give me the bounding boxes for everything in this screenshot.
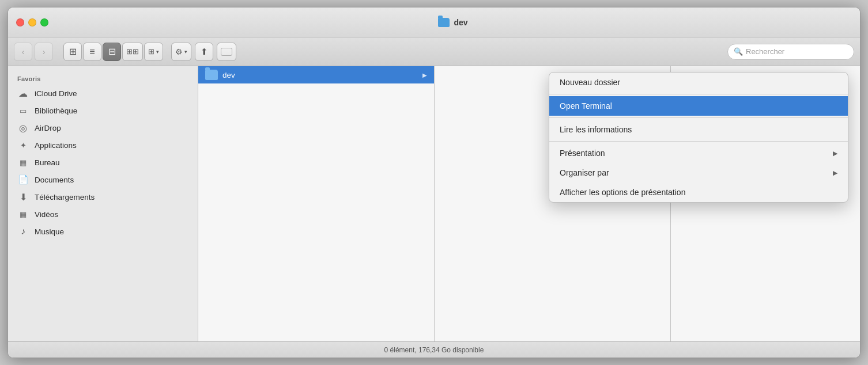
- context-menu: Nouveau dossier Open Terminal Lire les i…: [549, 72, 848, 203]
- statusbar-text: 0 élément, 176,34 Go disponible: [384, 346, 484, 354]
- search-box[interactable]: 🔍 Rechercher: [727, 44, 854, 60]
- action-button[interactable]: ⚙ ▾: [171, 43, 191, 61]
- context-menu-item-nouveau-dossier[interactable]: Nouveau dossier: [549, 73, 848, 92]
- action-dropdown-icon: ▾: [184, 49, 187, 55]
- sidebar-item-label-telechargements: Téléchargements: [35, 193, 95, 201]
- search-icon: 🔍: [734, 47, 743, 56]
- share-icon: ⬆: [201, 47, 208, 57]
- sidebar-item-label-musique: Musique: [35, 227, 64, 236]
- context-menu-divider-1: [549, 94, 848, 94]
- sidebar-item-label-applications: Applications: [35, 141, 77, 150]
- organiser-submenu-icon: ▶: [833, 169, 837, 177]
- tag-icon: [221, 48, 232, 56]
- context-menu-item-open-terminal[interactable]: Open Terminal: [549, 96, 848, 116]
- group-view-button[interactable]: ⊞ ▾: [144, 43, 163, 61]
- gear-icon: ⚙: [175, 47, 183, 56]
- icon-view-button[interactable]: ⊞: [63, 43, 82, 61]
- context-menu-item-organiser-par[interactable]: Organiser par ▶: [549, 163, 848, 182]
- column-view-icon: ⊟: [108, 46, 116, 57]
- file-item-label-dev: dev: [222, 71, 235, 79]
- sidebar-item-label-icloud: iCloud Drive: [35, 89, 77, 98]
- bibliotheque-icon: ▭: [17, 105, 29, 116]
- group-dropdown-icon: ▾: [156, 49, 159, 55]
- context-menu-divider-2: [549, 117, 848, 118]
- file-item-left: dev: [205, 70, 235, 80]
- context-menu-item-afficher-options[interactable]: Afficher les options de présentation: [549, 182, 848, 202]
- finder-window: dev ‹ › ⊞ ≡ ⊟ ⊞⊞ ⊞: [7, 7, 861, 358]
- tag-button[interactable]: [217, 43, 236, 61]
- sidebar-item-label-bureau: Bureau: [35, 158, 60, 167]
- main-content: Favoris ☁ iCloud Drive ▭ Bibliothèque ◎ …: [8, 66, 860, 341]
- context-menu-divider-3: [549, 141, 848, 142]
- context-menu-item-presentation[interactable]: Présentation ▶: [549, 143, 848, 163]
- gallery-view-icon: ⊞⊞: [126, 47, 139, 56]
- sidebar-item-label-documents: Documents: [35, 176, 74, 184]
- bureau-icon: ▦: [17, 157, 29, 168]
- chevron-right-icon: ▶: [422, 72, 427, 78]
- context-menu-label-afficher-options: Afficher les options de présentation: [560, 188, 685, 197]
- forward-icon: ›: [43, 47, 46, 56]
- sidebar-item-label-videos: Vidéos: [35, 210, 58, 219]
- nav-buttons: ‹ ›: [14, 43, 53, 61]
- close-button[interactable]: [16, 18, 24, 26]
- file-item-dev[interactable]: dev ▶: [198, 66, 434, 83]
- videos-icon: ▦: [17, 208, 29, 220]
- documents-icon: 📄: [17, 174, 29, 185]
- statusbar: 0 élément, 176,34 Go disponible: [8, 341, 860, 358]
- sidebar-item-bibliotheque[interactable]: ▭ Bibliothèque: [8, 102, 198, 119]
- folder-icon-dev: [205, 70, 218, 80]
- telechargements-icon: ⬇: [17, 191, 29, 203]
- sidebar-item-applications[interactable]: ✦ Applications: [8, 136, 198, 154]
- icloud-drive-icon: ☁: [17, 88, 29, 99]
- context-menu-item-lire-informations[interactable]: Lire les informations: [549, 120, 848, 139]
- sidebar-item-videos[interactable]: ▦ Vidéos: [8, 206, 198, 223]
- titlebar: dev: [8, 7, 860, 37]
- sidebar-item-bureau[interactable]: ▦ Bureau: [8, 154, 198, 171]
- context-menu-label-lire-informations: Lire les informations: [560, 125, 632, 134]
- icon-view-icon: ⊞: [69, 46, 77, 57]
- sidebar-item-documents[interactable]: 📄 Documents: [8, 171, 198, 188]
- search-placeholder: Rechercher: [746, 47, 784, 56]
- share-button[interactable]: ⬆: [195, 43, 213, 61]
- forward-button[interactable]: ›: [35, 43, 53, 61]
- folder-icon: [438, 18, 450, 27]
- traffic-lights: [16, 18, 48, 26]
- file-column-1: dev ▶: [198, 66, 435, 341]
- presentation-submenu-icon: ▶: [833, 150, 837, 157]
- list-view-icon: ≡: [89, 47, 95, 57]
- sidebar: Favoris ☁ iCloud Drive ▭ Bibliothèque ◎ …: [8, 66, 198, 341]
- sidebar-item-label-bibliotheque: Bibliothèque: [35, 107, 77, 115]
- back-button[interactable]: ‹: [14, 43, 32, 61]
- musique-icon: ♪: [17, 226, 29, 237]
- context-menu-label-nouveau-dossier: Nouveau dossier: [560, 78, 620, 87]
- titlebar-center: dev: [54, 18, 852, 27]
- column-view-button[interactable]: ⊟: [103, 43, 121, 61]
- sidebar-item-label-airdrop: AirDrop: [35, 124, 61, 132]
- toolbar: ‹ › ⊞ ≡ ⊟ ⊞⊞ ⊞ ▾ ⚙: [8, 37, 860, 66]
- sidebar-item-musique[interactable]: ♪ Musique: [8, 223, 198, 240]
- list-view-button[interactable]: ≡: [83, 43, 101, 61]
- view-buttons: ⊞ ≡ ⊟ ⊞⊞ ⊞ ▾: [63, 43, 163, 61]
- back-icon: ‹: [22, 47, 25, 56]
- sidebar-section-header: Favoris: [8, 72, 198, 85]
- minimize-button[interactable]: [28, 18, 36, 26]
- group-view-icon: ⊞: [148, 47, 154, 56]
- sidebar-item-telechargements[interactable]: ⬇ Téléchargements: [8, 188, 198, 206]
- gallery-view-button[interactable]: ⊞⊞: [122, 43, 143, 61]
- context-menu-label-organiser-par: Organiser par: [560, 168, 609, 177]
- context-menu-label-open-terminal: Open Terminal: [560, 101, 612, 111]
- sidebar-item-icloud-drive[interactable]: ☁ iCloud Drive: [8, 85, 198, 102]
- applications-icon: ✦: [17, 139, 29, 151]
- sidebar-item-airdrop[interactable]: ◎ AirDrop: [8, 119, 198, 136]
- maximize-button[interactable]: [40, 18, 48, 26]
- airdrop-icon: ◎: [17, 122, 29, 134]
- window-title: dev: [454, 18, 467, 27]
- context-menu-label-presentation: Présentation: [560, 149, 605, 158]
